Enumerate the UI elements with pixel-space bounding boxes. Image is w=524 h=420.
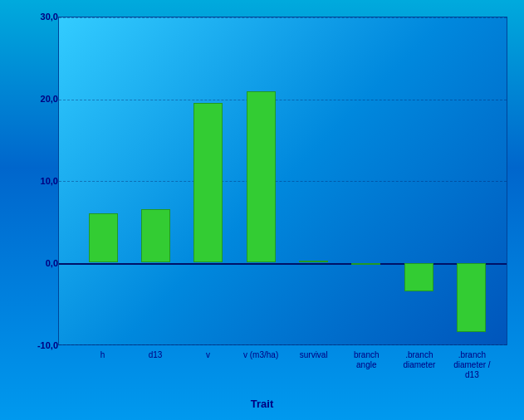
chart-area [58,17,507,345]
x-tick-label-branch_angle: branch angle [354,350,380,370]
y-tick-label: 20,0 [21,94,58,104]
bar-branch_angle [351,263,380,265]
y-tick-label: 10,0 [21,176,58,186]
x-tick-label-v: v [206,350,210,360]
bar-d13 [141,209,170,262]
bar-v [193,103,223,262]
x-tick-label-h: h [100,350,105,360]
bar-h [89,213,118,262]
x-tick-label-v_m3ha: v (m3/ha) [243,350,278,360]
x-tick-label-d13: d13 [149,350,163,360]
y-tick-label: -10,0 [21,340,58,350]
chart-container: Estimated Genetic Gain, % Trait -10,00,0… [0,0,524,420]
y-tick-label: 30,0 [21,12,58,22]
x-tick-label-branch_diameter_d13: .branch diameter / d13 [453,350,490,380]
x-tick-label-survival: survival [300,350,328,360]
bar-v_m3ha [247,91,276,263]
x-tick-label-branch_diameter: .branch diameter [403,350,435,370]
x-axis-label: Trait [251,398,273,410]
y-tick-label: 0,0 [21,258,58,268]
bar-survival [299,261,328,263]
bar-branch_diameter_d13 [457,263,486,333]
bar-branch_diameter [404,263,433,291]
